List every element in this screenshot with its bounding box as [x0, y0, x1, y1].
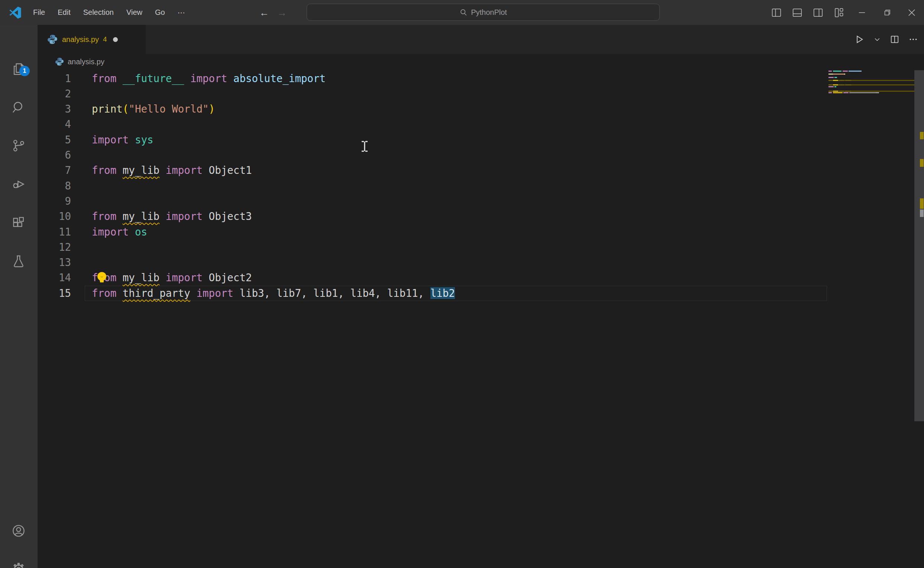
code-line-text: from my_lib import Object2: [92, 270, 252, 285]
minimap-segment: [848, 71, 862, 72]
menu-view[interactable]: View: [120, 5, 149, 20]
source-control-button[interactable]: [12, 139, 26, 153]
python-file-icon: [55, 57, 64, 66]
extensions-button[interactable]: [12, 216, 26, 230]
line-number: 15: [38, 286, 71, 301]
code-line[interactable]: 4: [38, 117, 924, 132]
mouse-ibeam-cursor: [360, 140, 369, 152]
minimap-segment: [849, 92, 876, 93]
editor-tabs: analysis.py 4: [38, 25, 924, 54]
history-navigation: ← →: [259, 0, 287, 25]
customize-layout-button[interactable]: [829, 0, 849, 25]
tab-analysis-py[interactable]: analysis.py 4: [38, 25, 146, 54]
back-arrow-icon[interactable]: ←: [259, 8, 269, 17]
code-line-text: import sys: [92, 132, 154, 148]
run-and-debug-button[interactable]: [12, 177, 26, 191]
minimap-line: [829, 91, 915, 92]
more-actions-button[interactable]: [908, 35, 918, 44]
menu-selection[interactable]: Selection: [77, 5, 120, 20]
code-editor[interactable]: 1from __future__ import absolute_import2…: [38, 69, 924, 568]
minimap-line: [829, 92, 915, 93]
extensions-icon: [12, 216, 26, 230]
close-window-button[interactable]: [899, 0, 924, 25]
testing-button[interactable]: [12, 254, 26, 268]
run-button[interactable]: [854, 34, 865, 45]
accounts-button[interactable]: [12, 524, 26, 538]
code-line[interactable]: 15from third_party import lib3, lib7, li…: [38, 286, 924, 301]
code-line[interactable]: 2: [38, 86, 924, 101]
toggle-panel-button[interactable]: [787, 0, 808, 25]
line-number: 7: [38, 163, 71, 178]
line-number: 3: [38, 101, 71, 117]
code-line[interactable]: 10from my_lib import Object3: [38, 209, 924, 224]
account-icon: [12, 524, 26, 538]
minimap[interactable]: [829, 71, 915, 167]
code-token: print: [92, 103, 122, 115]
code-token: from: [92, 287, 122, 299]
scrollbar-slider[interactable]: [914, 70, 924, 421]
code-token: import: [92, 134, 135, 146]
code-token: absolute_import: [233, 73, 325, 84]
search-view-button[interactable]: [12, 100, 26, 115]
command-center-label: PythonPlot: [471, 8, 507, 17]
search-icon: [12, 100, 26, 115]
minimap-line: [829, 71, 915, 72]
line-number: 12: [38, 240, 71, 255]
line-number: 13: [38, 255, 71, 270]
code-token: sys: [135, 134, 154, 146]
breadcrumb-file[interactable]: analysis.py: [68, 57, 104, 66]
code-token: Object3: [209, 210, 252, 222]
code-token: from: [92, 164, 122, 176]
code-token: import: [184, 73, 233, 84]
debug-icon: [12, 177, 26, 191]
menu-go[interactable]: Go: [149, 5, 171, 20]
forward-arrow-icon[interactable]: →: [277, 8, 287, 17]
minimap-line: [829, 86, 915, 87]
code-line[interactable]: 11import os: [38, 224, 924, 240]
explorer-badge: 1: [19, 66, 30, 76]
toggle-secondary-sidebar-button[interactable]: [808, 0, 829, 25]
code-line[interactable]: 9: [38, 193, 924, 209]
minimap-segment: [876, 92, 879, 93]
command-center-search[interactable]: PythonPlot: [307, 4, 660, 21]
menu-more-icon[interactable]: ⋯: [171, 5, 191, 20]
run-dropdown-chevron-icon[interactable]: [873, 36, 881, 43]
git-branch-icon: [12, 139, 26, 153]
code-line[interactable]: 3print("Hello World"): [38, 101, 924, 117]
split-editor-button[interactable]: [890, 35, 900, 44]
toggle-primary-sidebar-button[interactable]: [766, 0, 787, 25]
lightbulb-icon[interactable]: [96, 271, 107, 285]
code-token: import: [159, 164, 209, 176]
python-file-icon: [47, 34, 57, 45]
code-line[interactable]: 5import sys: [38, 132, 924, 148]
menu-edit[interactable]: Edit: [51, 5, 77, 20]
minimap-segment: [829, 71, 832, 72]
vscode-window: File Edit Selection View Go ⋯ ← → Python…: [0, 0, 924, 568]
minimap-line: [829, 77, 915, 78]
code-line[interactable]: 12: [38, 240, 924, 255]
code-line[interactable]: 14from my_lib import Object2: [38, 270, 924, 285]
code-line[interactable]: 8: [38, 178, 924, 193]
code-line[interactable]: 1from __future__ import absolute_import: [38, 71, 924, 86]
code-line[interactable]: 7from my_lib import Object1: [38, 163, 924, 178]
tab-modified-dot-icon[interactable]: [113, 37, 118, 42]
minimap-segment: [829, 86, 834, 87]
code-token: Object1: [209, 164, 252, 176]
menu-bar: File Edit Selection View Go ⋯: [27, 5, 191, 20]
menu-file[interactable]: File: [27, 5, 51, 20]
breadcrumb[interactable]: analysis.py: [38, 54, 924, 69]
minimize-button[interactable]: [849, 0, 874, 25]
code-line[interactable]: 13: [38, 255, 924, 270]
code-line[interactable]: 6: [38, 148, 924, 163]
title-bar: File Edit Selection View Go ⋯ ← → Python…: [0, 0, 924, 25]
minimap-segment: [839, 84, 844, 85]
tab-problems-count: 4: [103, 35, 107, 44]
minimap-segment: [833, 92, 842, 93]
minimap-segment: [839, 80, 844, 81]
vertical-scrollbar[interactable]: [914, 69, 924, 568]
beaker-icon: [12, 254, 26, 268]
code-token: my_lib: [122, 164, 159, 176]
overview-ruler-cursor-mark: [920, 210, 924, 217]
restore-button[interactable]: [874, 0, 899, 25]
settings-button[interactable]: [12, 562, 26, 568]
